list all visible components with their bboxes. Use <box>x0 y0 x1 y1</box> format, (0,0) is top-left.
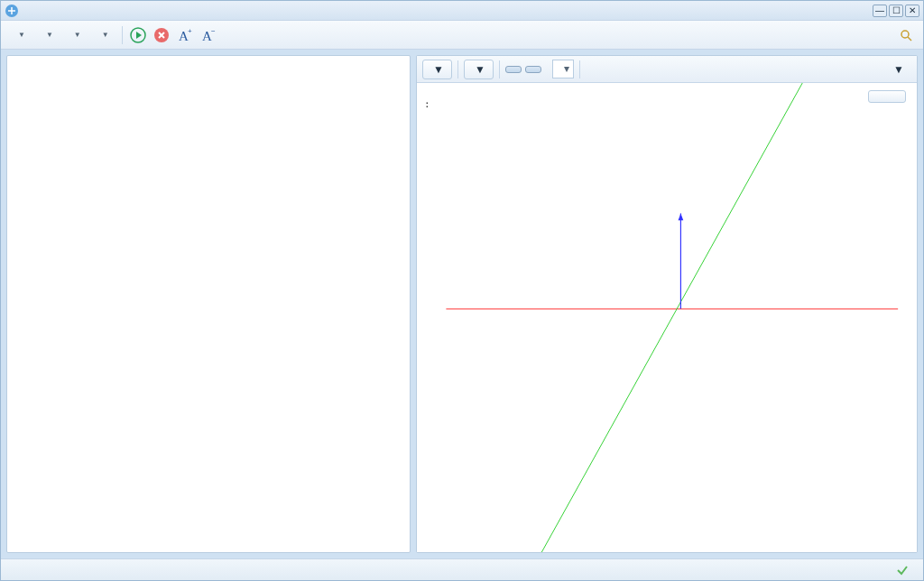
stop-button[interactable] <box>152 25 171 45</box>
search-button[interactable] <box>900 29 916 42</box>
saved-icon <box>896 564 909 576</box>
svg-line-8 <box>908 37 911 41</box>
scene-svg <box>417 83 917 552</box>
viewer-canvas[interactable]: : <box>417 83 917 552</box>
search-icon <box>900 29 912 42</box>
font-increase-button[interactable]: A+ <box>175 25 195 45</box>
view-select[interactable] <box>552 60 574 78</box>
menu-file[interactable]: ▼ <box>8 27 32 42</box>
start-button[interactable] <box>868 90 906 103</box>
viewer-settings-menu[interactable]: ▼ <box>464 60 494 79</box>
app-window: — ☐ ✕ ▼ ▼ ▼ ▼ A+ A− <box>0 0 924 581</box>
statusbar <box>1 558 923 580</box>
viewer-file-menu[interactable]: ▼ <box>422 60 452 79</box>
svg-text:−: − <box>211 27 216 35</box>
viewer-toolbar: ▼ ▼ ▼ <box>417 56 917 83</box>
menubar: ▼ ▼ ▼ ▼ A+ A− <box>1 21 923 50</box>
font-decrease-button[interactable]: A− <box>199 25 218 45</box>
titlebar: — ☐ ✕ <box>1 1 923 21</box>
run-button[interactable] <box>128 25 148 45</box>
menu-settings[interactable]: ▼ <box>64 27 88 42</box>
show-mode-menu[interactable]: ▼ <box>883 60 911 78</box>
menu-help[interactable]: ▼ <box>92 27 116 42</box>
menu-edit[interactable]: ▼ <box>36 27 60 42</box>
axes-toggle[interactable] <box>505 66 522 73</box>
code-editor[interactable] <box>6 55 411 553</box>
app-icon <box>5 4 19 18</box>
viewer-pane: ▼ ▼ ▼ : <box>416 55 918 553</box>
svg-point-7 <box>901 31 909 38</box>
svg-text:+: + <box>188 27 192 35</box>
separator <box>122 26 123 44</box>
y-axis <box>541 83 802 552</box>
close-button[interactable]: ✕ <box>905 5 919 17</box>
minimize-button[interactable]: — <box>873 5 887 17</box>
content-area: ▼ ▼ ▼ : <box>1 50 923 558</box>
grid-toggle[interactable] <box>525 66 541 73</box>
maximize-button[interactable]: ☐ <box>889 5 903 17</box>
window-controls: — ☐ ✕ <box>873 5 919 17</box>
